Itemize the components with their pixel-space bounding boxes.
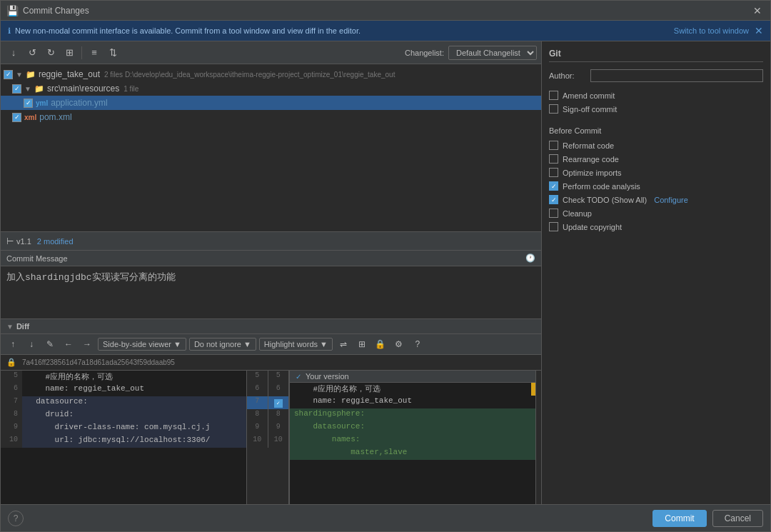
- switch-tool-window-link[interactable]: Switch to tool window: [674, 26, 749, 35]
- update-copyright-label: Update copyright: [563, 223, 622, 231]
- diff-help-icon[interactable]: ?: [410, 336, 425, 352]
- sign-off-row: Sign-off commit: [549, 104, 763, 114]
- diff-down-button[interactable]: ↓: [24, 336, 39, 352]
- changelist-select[interactable]: Default Changelist: [448, 46, 537, 60]
- author-label: Author:: [549, 71, 585, 80]
- ignore-chevron: ▼: [243, 340, 251, 348]
- info-icon: ℹ: [8, 26, 11, 36]
- collapse-button[interactable]: ⇅: [104, 44, 121, 61]
- commit-message-label: Commit Message: [6, 254, 68, 263]
- subdir-name: src\main\resources: [47, 84, 119, 94]
- file1-name: application.yml: [51, 98, 107, 108]
- help-button[interactable]: ?: [8, 511, 24, 526]
- status-bar: ⊢ v1.1 2 modified: [1, 231, 541, 250]
- file2-checkbox[interactable]: ✓: [12, 113, 21, 122]
- author-input[interactable]: [590, 69, 763, 82]
- info-bar: ℹ New non-modal commit interface is avai…: [1, 21, 770, 41]
- table-row: #应用的名称，可选: [290, 383, 535, 396]
- redo-button[interactable]: ↻: [42, 44, 59, 61]
- close-button[interactable]: ✕: [750, 4, 765, 18]
- version-check-icon: ✓: [296, 373, 301, 381]
- version-label: v1.1: [16, 237, 31, 246]
- file-toolbar: ↓ ↺ ↻ ⊞ ≡ ⇅ Changelist: Default Changeli…: [1, 41, 541, 64]
- info-bar-close-button[interactable]: ✕: [755, 25, 763, 36]
- subdir-arrow[interactable]: ▼: [24, 85, 31, 93]
- diff-hash: 7a416ff238561d47a18d61ada25643f59ddaab95: [22, 358, 175, 366]
- diff-lock-icon[interactable]: 🔒: [373, 336, 388, 352]
- diff-header: ▼ Diff: [1, 319, 541, 334]
- table-row: 10 10: [247, 435, 288, 448]
- cleanup-checkbox[interactable]: [549, 209, 558, 218]
- diff-edit-button[interactable]: ✎: [42, 336, 58, 352]
- root-arrow[interactable]: ▼: [16, 71, 23, 79]
- subfolder-icon: 📁: [34, 84, 44, 94]
- commit-button[interactable]: Commit: [652, 510, 706, 527]
- sign-off-checkbox[interactable]: [549, 104, 558, 114]
- diff-collapse-arrow[interactable]: ▼: [6, 323, 14, 331]
- right-scrollbar[interactable]: [535, 371, 541, 504]
- reformat-code-label: Reformat code: [563, 141, 614, 150]
- configure-link[interactable]: Configure: [654, 196, 688, 204]
- ignore-select[interactable]: Do not ignore ▼: [189, 338, 256, 351]
- clock-icon: 🕐: [525, 254, 535, 263]
- file1-checkbox[interactable]: ✓: [24, 99, 33, 108]
- diff-main: 5 #应用的名称，可选 6 name: reggie_take_out 7 da…: [1, 371, 541, 504]
- diff-next-button[interactable]: →: [79, 336, 95, 352]
- diff-hash-bar: 🔒 7a416ff238561d47a18d61ada25643f59ddaab…: [1, 355, 541, 371]
- table-row: 6 name: reggie_take_out: [1, 383, 246, 396]
- viewer-chevron: ▼: [173, 340, 181, 348]
- diff-left-lines[interactable]: 5 #应用的名称，可选 6 name: reggie_take_out 7 da…: [1, 371, 246, 504]
- left-panel: ↓ ↺ ↻ ⊞ ≡ ⇅ Changelist: Default Changeli…: [1, 41, 542, 504]
- list-item[interactable]: ✓ yml application.yml: [1, 96, 541, 110]
- reformat-code-checkbox[interactable]: [549, 141, 558, 150]
- check-todo-checkbox[interactable]: ✓: [549, 195, 558, 204]
- diff-toolbar: ↑ ↓ ✎ ← → Side-by-side viewer ▼ Do not i…: [1, 334, 541, 355]
- git-panel: Git Author: Amend commit Sign-off commit…: [542, 41, 770, 504]
- yml-icon: yml: [36, 99, 48, 107]
- tree-root-item[interactable]: ✓ ▼ 📁 reggie_take_out 2 files D:\develop…: [1, 67, 541, 81]
- commit-message-input[interactable]: 加入shardingjdbc实现读写分离的功能: [1, 266, 541, 316]
- bottom-buttons: ? Commit Cancel: [1, 504, 770, 531]
- diff-swap-icon[interactable]: ⇌: [336, 336, 351, 352]
- folder-icon: 📁: [26, 70, 36, 79]
- version-label: Your version: [306, 372, 349, 381]
- diff-up-button[interactable]: ↑: [5, 336, 21, 352]
- undo-button[interactable]: ↺: [24, 44, 41, 61]
- add-button[interactable]: ↓: [5, 44, 22, 61]
- root-checkbox[interactable]: ✓: [4, 70, 13, 79]
- sort-button[interactable]: ≡: [86, 44, 103, 61]
- diff-right-lines[interactable]: #应用的名称，可选 name: reggie_take_out sharding…: [290, 383, 535, 504]
- info-bar-left: ℹ New non-modal commit interface is avai…: [8, 26, 361, 36]
- highlight-words-select[interactable]: Highlight words ▼: [259, 338, 333, 351]
- list-item[interactable]: ✓ xml pom.xml: [1, 110, 541, 124]
- viewer-label: Side-by-side viewer: [103, 340, 171, 348]
- amend-commit-checkbox[interactable]: [549, 91, 558, 100]
- git-section-title: Git: [549, 49, 763, 62]
- rearrange-code-checkbox[interactable]: [549, 154, 558, 164]
- diff-grid-icon[interactable]: ⊞: [354, 336, 370, 352]
- commit-message-area: Commit Message 🕐 加入shardingjdbc实现读写分离的功能: [1, 250, 541, 318]
- cancel-button[interactable]: Cancel: [712, 510, 763, 527]
- update-copyright-row: Update copyright: [549, 222, 763, 231]
- modified-count[interactable]: 2 modified: [37, 237, 74, 246]
- code-analysis-checkbox[interactable]: ✓: [549, 181, 558, 191]
- table-row: names:: [290, 434, 535, 447]
- tree-subdir-item[interactable]: ✓ ▼ 📁 src\main\resources 1 file: [1, 81, 541, 96]
- subdir-extra: 1 file: [124, 85, 138, 93]
- changelist-area: Changelist: Default Changelist: [405, 46, 537, 60]
- update-copyright-checkbox[interactable]: [549, 222, 558, 231]
- optimize-imports-checkbox[interactable]: [549, 168, 558, 177]
- version-tag: ⊢ v1.1: [6, 236, 31, 246]
- diff-settings-icon[interactable]: ⚙: [391, 336, 407, 352]
- diff-pane-header: ✓ Your version: [290, 371, 535, 383]
- settings-button[interactable]: ⊞: [61, 44, 78, 61]
- subdir-checkbox[interactable]: ✓: [12, 84, 21, 94]
- title-bar: 💾 Commit Changes ✕: [1, 1, 770, 21]
- file-tree: ✓ ▼ 📁 reggie_take_out 2 files D:\develop…: [1, 64, 541, 231]
- cleanup-label: Cleanup: [563, 209, 592, 218]
- diff-prev-button[interactable]: ←: [61, 336, 76, 352]
- code-analysis-label: Perform code analysis: [563, 182, 640, 191]
- side-by-side-viewer-select[interactable]: Side-by-side viewer ▼: [98, 338, 186, 351]
- highlight-label: Highlight words: [264, 340, 318, 348]
- table-row: 7 datasource:: [1, 396, 246, 409]
